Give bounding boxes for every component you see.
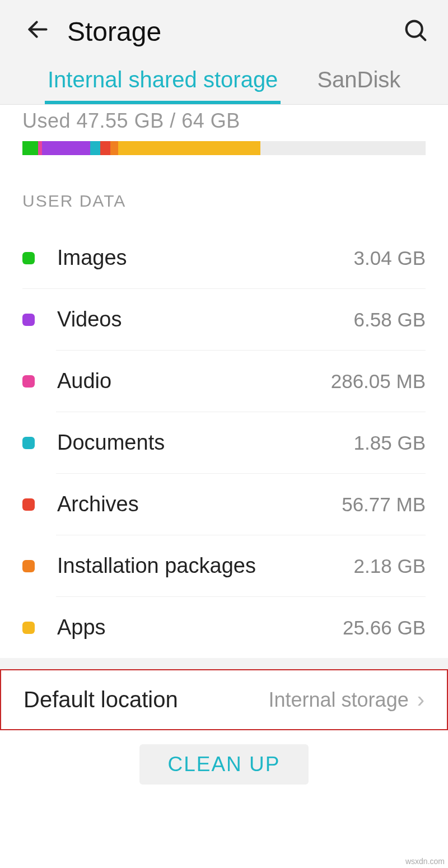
swatch-icon — [22, 252, 35, 264]
default-location-row[interactable]: Default location Internal storage › — [0, 669, 448, 730]
row-label: Videos — [57, 307, 354, 332]
row-value: 2.18 GB — [354, 555, 426, 577]
swatch-icon — [22, 498, 35, 511]
default-location-label: Default location — [24, 687, 269, 712]
row-documents[interactable]: Documents 1.85 GB — [56, 412, 426, 474]
page-title: Storage — [67, 16, 384, 47]
back-button[interactable] — [25, 16, 50, 47]
storage-tabs: Internal shared storage SanDisk — [0, 62, 448, 105]
default-location-value: Internal storage — [269, 688, 409, 712]
row-value: 1.85 GB — [354, 432, 426, 454]
chevron-right-icon: › — [417, 687, 424, 712]
usage-seg-images — [22, 141, 38, 155]
cleanup-button[interactable]: CLEAN UP — [139, 744, 308, 785]
row-value: 56.77 MB — [342, 493, 426, 516]
swatch-icon — [22, 622, 35, 634]
search-button[interactable] — [400, 15, 431, 48]
watermark: wsxdn.com — [405, 857, 445, 866]
row-label: Documents — [57, 431, 354, 455]
row-apps[interactable]: Apps 25.66 GB — [56, 597, 426, 658]
row-value: 3.04 GB — [354, 247, 426, 269]
row-audio[interactable]: Audio 286.05 MB — [56, 351, 426, 412]
row-packages[interactable]: Installation packages 2.18 GB — [56, 535, 426, 597]
usage-seg-apps — [118, 141, 260, 155]
row-archives[interactable]: Archives 56.77 MB — [56, 474, 426, 535]
tab-sandisk[interactable]: SanDisk — [314, 62, 403, 104]
section-user-data: USER DATA — [0, 183, 448, 227]
row-value: 6.58 GB — [354, 309, 426, 331]
back-arrow-icon — [25, 17, 50, 42]
swatch-icon — [22, 314, 35, 326]
svg-line-2 — [420, 35, 425, 40]
row-value: 25.66 GB — [343, 617, 426, 639]
row-value: 286.05 MB — [331, 370, 426, 393]
usage-summary: Used 47.55 GB / 64 GB — [0, 105, 448, 141]
usage-seg-audio — [38, 141, 42, 155]
usage-seg-archives — [100, 141, 110, 155]
usage-seg-packages — [110, 141, 118, 155]
row-label: Archives — [57, 492, 342, 516]
swatch-icon — [22, 560, 35, 572]
search-icon — [403, 18, 428, 43]
usage-seg-videos — [42, 141, 90, 155]
swatch-icon — [22, 437, 35, 449]
row-images[interactable]: Images 3.04 GB — [22, 227, 426, 289]
row-videos[interactable]: Videos 6.58 GB — [56, 289, 426, 351]
usage-bar — [22, 141, 426, 155]
tab-internal-storage[interactable]: Internal shared storage — [45, 62, 281, 104]
swatch-icon — [22, 375, 35, 388]
row-label: Installation packages — [57, 554, 354, 578]
row-label: Audio — [57, 369, 331, 393]
row-label: Images — [57, 246, 354, 270]
usage-seg-documents — [90, 141, 100, 155]
row-label: Apps — [57, 615, 343, 640]
